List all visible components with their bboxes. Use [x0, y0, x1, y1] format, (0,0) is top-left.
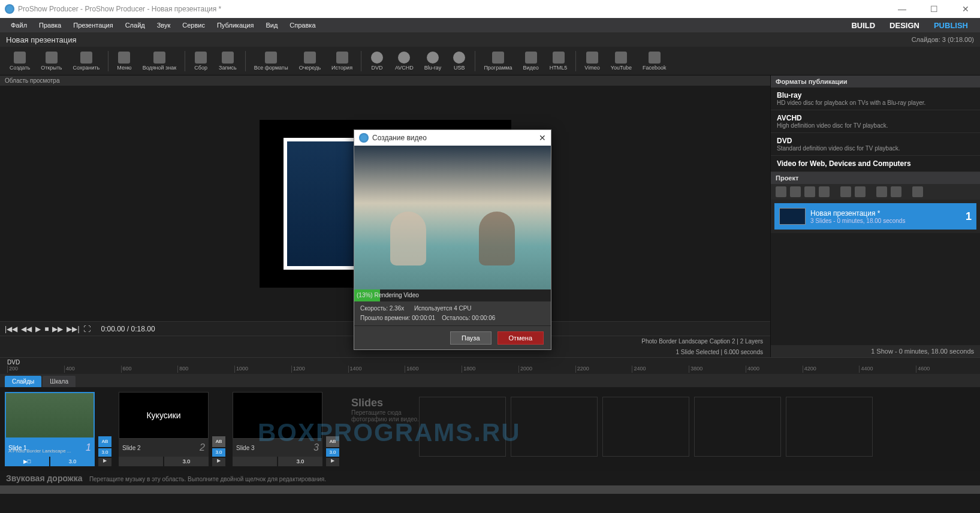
timeline-ruler[interactable]: DVD 200400600800100012001400160018002000… — [0, 357, 980, 374]
menu-slide[interactable]: Слайд — [119, 20, 151, 31]
slide-transition[interactable]: AB3.0▶ — [211, 392, 227, 466]
proj-tool-open-icon[interactable] — [790, 186, 801, 197]
first-button[interactable]: |◀◀ — [5, 325, 17, 333]
prev-button[interactable]: ◀◀ — [21, 325, 32, 333]
play-button[interactable]: ▶ — [35, 325, 41, 333]
tab-design[interactable]: DESIGN — [882, 19, 927, 32]
toolbar-icon — [586, 52, 598, 64]
slide-transition[interactable]: AB3.0▶ — [97, 392, 113, 466]
empty-slide-slot[interactable] — [511, 397, 598, 457]
slide-transition[interactable]: AB3.0▶ — [325, 392, 340, 466]
audio-track-title: Звуковая дорожка — [6, 473, 83, 483]
menu-publication[interactable]: Публикация — [211, 20, 260, 31]
toolbar-html5[interactable]: HTML5 — [545, 50, 572, 72]
slide-info: Photo Border Landscape Caption 2 | 2 Lay… — [641, 338, 763, 345]
empty-slide-slot[interactable] — [694, 397, 781, 457]
toolbar-сохранить[interactable]: Сохранить — [68, 50, 105, 72]
toolbar-меню[interactable]: Меню — [112, 50, 136, 72]
last-button[interactable]: ▶▶| — [67, 325, 79, 333]
menu-view[interactable]: Вид — [260, 20, 284, 31]
toolbar-facebook[interactable]: Facebook — [638, 50, 671, 72]
project-entry[interactable]: Новая презентация * 3 Slides - 0 minutes… — [774, 203, 976, 230]
transition-icon[interactable]: AB — [212, 436, 225, 447]
project-title: Новая презентация — [6, 35, 76, 44]
proj-tool-add-icon[interactable] — [840, 186, 851, 197]
slide-foot-left[interactable] — [233, 457, 277, 466]
toolbar-сбор[interactable]: Сбор — [189, 50, 213, 72]
speed-label: Скорость: — [360, 305, 388, 312]
toolbar-создать[interactable]: Создать — [5, 50, 35, 72]
proj-tool-grid-icon[interactable] — [912, 186, 923, 197]
format-blu-ray[interactable]: Blu-rayHD video disc for playback on TVs… — [771, 87, 980, 110]
slides-row: Slide 1A Photo Border Landscape ...1▶□3.… — [0, 387, 980, 471]
proj-tool-new-icon[interactable] — [776, 186, 786, 197]
toolbar-история[interactable]: История — [327, 50, 357, 72]
empty-slide-slot[interactable] — [602, 397, 689, 457]
toolbar-программа[interactable]: Программа — [479, 50, 517, 72]
dialog-close-icon[interactable]: ✕ — [539, 133, 546, 143]
menu-edit[interactable]: Правка — [33, 20, 67, 31]
pause-button[interactable]: Пауза — [450, 331, 491, 345]
toolbar-очередь[interactable]: Очередь — [294, 50, 325, 72]
toolbar-видео[interactable]: Видео — [518, 50, 544, 72]
tab-scale[interactable]: Шкала — [43, 376, 76, 387]
slide-foot-right[interactable]: 3.0 — [278, 457, 322, 466]
menu-bar: Файл Правка Презентация Слайд Звук Серви… — [0, 18, 980, 32]
menu-service[interactable]: Сервис — [176, 20, 211, 31]
slide-foot-left[interactable]: ▶□ — [5, 457, 49, 466]
proj-tool-props-icon[interactable] — [819, 186, 830, 197]
toolbar-blu-ray[interactable]: Blu-ray — [420, 50, 447, 72]
dialog-stats: Скорость: 2.36x Используется 4 CPU Прошл… — [354, 301, 551, 325]
proj-tool-remove-icon[interactable] — [855, 186, 866, 197]
slide[interactable]: КукусикиSlide 223.0AB3.0▶ — [119, 392, 227, 466]
elapsed-label: Прошло времени: — [360, 315, 410, 321]
slide-thumb[interactable] — [5, 392, 95, 439]
menu-file[interactable]: Файл — [5, 20, 33, 31]
format-video-for-web-devices-and-computers[interactable]: Video for Web, Devices and Computers — [771, 156, 980, 172]
toolbar-icon — [336, 52, 348, 64]
slide-thumb[interactable] — [233, 392, 322, 439]
menu-sound[interactable]: Звук — [151, 20, 177, 31]
maximize-button[interactable]: ☐ — [924, 2, 944, 16]
close-button[interactable]: ✕ — [956, 2, 975, 16]
proj-tool-save-icon[interactable] — [804, 186, 815, 197]
slide-foot-right[interactable]: 3.0 — [50, 457, 95, 466]
toolbar-avchd[interactable]: AVCHD — [390, 50, 418, 72]
cancel-button[interactable]: Отмена — [497, 331, 544, 345]
transition-icon[interactable]: AB — [98, 436, 111, 447]
toolbar-открыть[interactable]: Открыть — [36, 50, 67, 72]
toolbar-запись[interactable]: Запись — [214, 50, 242, 72]
slide-thumb[interactable]: Кукусики — [119, 392, 209, 439]
toolbar-usb[interactable]: USB — [447, 50, 471, 72]
toolbar-водяной знак[interactable]: Водяной знак — [138, 50, 181, 72]
menu-help[interactable]: Справка — [284, 20, 321, 31]
next-button[interactable]: ▶▶ — [52, 325, 63, 333]
horizontal-scrollbar[interactable] — [0, 485, 980, 494]
tab-publish[interactable]: PUBLISH — [927, 19, 975, 32]
toolbar-dvd[interactable]: DVD — [365, 50, 389, 72]
audio-track[interactable]: Звуковая дорожка Перетащите музыку в эту… — [0, 471, 980, 485]
slides-placeholder[interactable]: SlidesПеретащите сюдафотографию или виде… — [346, 392, 975, 466]
slide[interactable]: Slide 333.0AB3.0▶ — [233, 392, 340, 466]
stop-button[interactable]: ■ — [44, 325, 49, 333]
toolbar-все форматы[interactable]: Все форматы — [249, 50, 293, 72]
slide[interactable]: Slide 1A Photo Border Landscape ...1▶□3.… — [5, 392, 113, 466]
project-entry-thumb — [779, 208, 806, 225]
minimize-button[interactable]: — — [892, 2, 912, 16]
proj-tool-up-icon[interactable] — [876, 186, 887, 197]
toolbar-youtube[interactable]: YouTube — [606, 50, 637, 72]
tab-build[interactable]: BUILD — [844, 19, 882, 32]
format-avchd[interactable]: AVCHDHigh definition video disc for TV p… — [771, 110, 980, 133]
transition-icon[interactable]: AB — [326, 436, 339, 447]
dialog-titlebar[interactable]: Создание видео ✕ — [354, 130, 551, 146]
fullscreen-button[interactable]: ⛶ — [83, 325, 91, 333]
empty-slide-slot[interactable] — [419, 397, 506, 457]
tab-slides[interactable]: Слайды — [5, 376, 41, 387]
proj-tool-down-icon[interactable] — [891, 186, 901, 197]
toolbar-vimeo[interactable]: Vimeo — [580, 50, 604, 72]
slide-foot-left[interactable] — [119, 457, 163, 466]
format-dvd[interactable]: DVDStandard definition video disc for TV… — [771, 133, 980, 156]
menu-presentation[interactable]: Презентация — [67, 20, 119, 31]
empty-slide-slot[interactable] — [786, 397, 873, 457]
slide-foot-right[interactable]: 3.0 — [164, 457, 209, 466]
